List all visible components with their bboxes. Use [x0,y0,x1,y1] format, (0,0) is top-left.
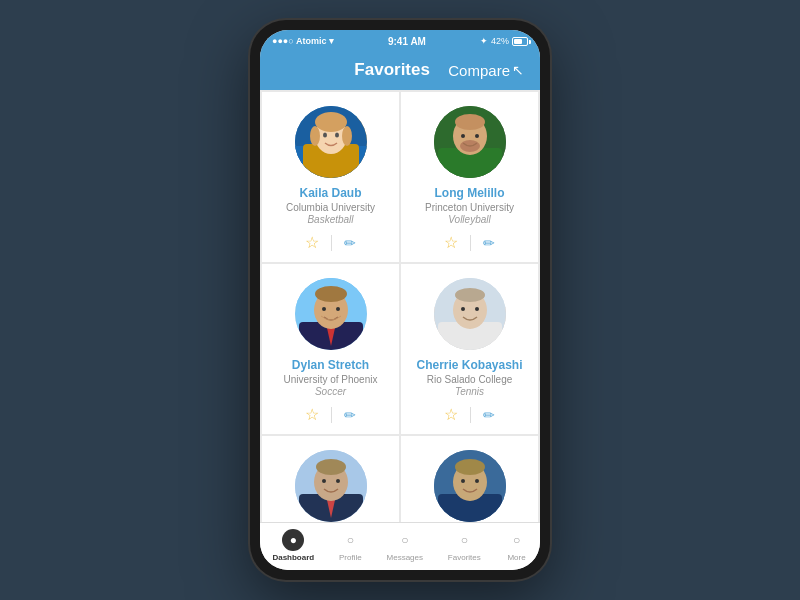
svg-point-35 [336,479,340,483]
card-university-kaila: Columbia University [286,202,375,213]
favorites-icon: ○ [453,529,475,551]
carrier-signal: ●●●○ Atomic ▾ [272,36,334,46]
page-title: Favorites [354,60,430,80]
nav-item-messages[interactable]: ○ Messages [387,529,423,562]
star-kaila[interactable]: ☆ [305,233,319,252]
nav-item-dashboard[interactable]: ● Dashboard [272,529,314,562]
avatar-person6-svg [434,450,506,522]
svg-point-41 [475,479,479,483]
nav-item-favorites[interactable]: ○ Favorites [448,529,481,562]
star-dylan[interactable]: ☆ [305,405,319,424]
divider-long [470,235,471,251]
svg-point-12 [455,114,485,130]
svg-point-27 [461,307,465,311]
svg-point-34 [322,479,326,483]
card-actions-kaila: ☆ ✏ [272,233,389,252]
card-sport-kaila: Basketball [307,214,353,225]
svg-point-7 [323,133,327,138]
card-name-dylan: Dylan Stretch [292,358,369,372]
time-display: 9:41 AM [388,36,426,47]
divider-kaila [331,235,332,251]
more-icon: ○ [506,529,528,551]
nav-label-favorites: Favorites [448,553,481,562]
bottom-nav: ● Dashboard ○ Profile ○ Messages ○ [260,522,540,570]
cursor-icon: ↖ [512,62,524,78]
card-university-cherrie: Rio Salado College [427,374,513,385]
battery-icon [512,37,528,46]
avatar-person5[interactable] [295,450,367,522]
card-person5 [262,436,399,522]
battery-percentage: 42% [491,36,509,46]
phone-frame: ●●●○ Atomic ▾ 9:41 AM ✦ 42% Favorites Co… [250,20,550,580]
dashboard-icon: ● [282,529,304,551]
nav-header: Favorites Compare ↖ [260,52,540,90]
avatar-long-svg [434,106,506,178]
card-cherrie-kobayashi: Cherrie Kobayashi Rio Salado College Ten… [401,264,538,434]
avatar-person6[interactable] [434,450,506,522]
phone-screen: ●●●○ Atomic ▾ 9:41 AM ✦ 42% Favorites Co… [260,30,540,570]
avatar-person5-svg [295,450,367,522]
battery-indicator: ✦ 42% [480,36,528,46]
svg-point-5 [310,126,320,146]
profile-icon: ○ [339,529,361,551]
svg-point-39 [455,459,485,475]
card-university-long: Princeton University [425,202,514,213]
avatar-cherrie-kobayashi[interactable] [434,278,506,350]
svg-point-21 [322,307,326,311]
svg-point-26 [455,288,485,302]
card-person6 [401,436,538,522]
messages-icon: ○ [394,529,416,551]
status-bar: ●●●○ Atomic ▾ 9:41 AM ✦ 42% [260,30,540,52]
svg-point-20 [315,286,347,302]
divider-dylan [331,407,332,423]
svg-point-13 [461,134,465,138]
card-sport-cherrie: Tennis [455,386,484,397]
edit-cherrie[interactable]: ✏ [483,407,495,423]
card-actions-dylan: ☆ ✏ [272,405,389,424]
svg-point-4 [315,112,347,132]
nav-label-profile: Profile [339,553,362,562]
avatar-kaila-daub[interactable] [295,106,367,178]
svg-point-14 [475,134,479,138]
edit-dylan[interactable]: ✏ [344,407,356,423]
edit-kaila[interactable]: ✏ [344,235,356,251]
card-dylan-stretch: Dylan Stretch University of Phoenix Socc… [262,264,399,434]
card-kaila-daub: Kaila Daub Columbia University Basketbal… [262,92,399,262]
compare-button[interactable]: Compare ↖ [448,62,524,79]
avatar-kaila-svg [295,106,367,178]
svg-point-6 [342,126,352,146]
card-long-melillo: Long Melillo Princeton University Volley… [401,92,538,262]
nav-item-profile[interactable]: ○ Profile [339,529,362,562]
card-name-long: Long Melillo [435,186,505,200]
svg-point-8 [335,133,339,138]
svg-point-40 [461,479,465,483]
edit-long[interactable]: ✏ [483,235,495,251]
bluetooth-icon: ✦ [480,36,488,46]
card-name-cherrie: Cherrie Kobayashi [416,358,522,372]
card-sport-dylan: Soccer [315,386,346,397]
nav-item-more[interactable]: ○ More [506,529,528,562]
nav-label-more: More [507,553,525,562]
avatar-dylan-svg [295,278,367,350]
nav-label-dashboard: Dashboard [272,553,314,562]
favorites-grid: Kaila Daub Columbia University Basketbal… [260,90,540,522]
card-name-kaila: Kaila Daub [299,186,361,200]
divider-cherrie [470,407,471,423]
star-cherrie[interactable]: ☆ [444,405,458,424]
nav-label-messages: Messages [387,553,423,562]
compare-label: Compare [448,62,510,79]
card-university-dylan: University of Phoenix [284,374,378,385]
avatar-cherrie-svg [434,278,506,350]
card-sport-long: Volleyball [448,214,490,225]
card-actions-cherrie: ☆ ✏ [411,405,528,424]
avatar-dylan-stretch[interactable] [295,278,367,350]
svg-point-22 [336,307,340,311]
star-long[interactable]: ☆ [444,233,458,252]
svg-point-28 [475,307,479,311]
card-actions-long: ☆ ✏ [411,233,528,252]
avatar-long-melillo[interactable] [434,106,506,178]
svg-point-33 [316,459,346,475]
